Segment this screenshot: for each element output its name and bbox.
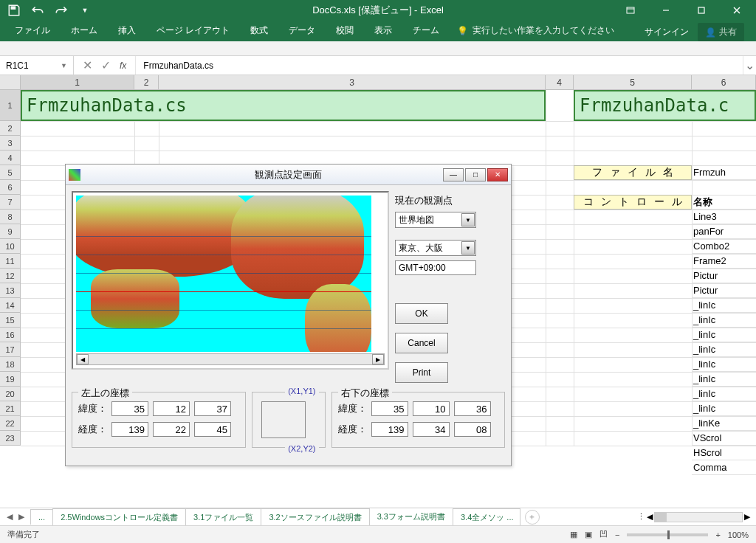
row-header[interactable]: 22: [0, 416, 21, 431]
zoom-level-label[interactable]: 100%: [728, 530, 749, 539]
br-lon-min[interactable]: [413, 422, 450, 437]
list-item[interactable]: Line3: [692, 210, 756, 224]
ok-button[interactable]: OK: [395, 303, 448, 324]
zoom-out-button[interactable]: −: [615, 530, 619, 539]
world-map-image[interactable]: [76, 196, 371, 352]
row-header[interactable]: 16: [0, 328, 21, 342]
gmt-field[interactable]: GMT+09:00: [395, 260, 476, 275]
share-button[interactable]: 👤共有: [698, 23, 744, 41]
sheet-tab-active[interactable]: 3.3フォーム説明書: [369, 508, 453, 527]
cells-area[interactable]: FrmzuhanData.cs FrmzuhanData.c ファイル名 コント…: [21, 90, 756, 446]
zoom-slider[interactable]: [627, 533, 708, 536]
name-box-dropdown-icon[interactable]: ▼: [61, 62, 67, 69]
tab-home[interactable]: ホーム: [61, 20, 108, 41]
list-item[interactable]: Combo2: [692, 239, 756, 254]
tab-view[interactable]: 表示: [364, 20, 402, 41]
scroll-thumb[interactable]: [655, 513, 667, 522]
tl-lon-deg[interactable]: [111, 422, 148, 437]
row-header[interactable]: 11: [0, 254, 21, 269]
cell-filename-value[interactable]: Frmzuh: [692, 165, 756, 180]
view-page-layout-icon[interactable]: ▣: [585, 530, 592, 539]
list-item[interactable]: _linIc: [692, 313, 756, 328]
list-item[interactable]: _linIc: [692, 372, 756, 387]
list-item[interactable]: Pictur: [692, 283, 756, 298]
row-header[interactable]: 19: [0, 372, 21, 387]
sheet-nav-buttons[interactable]: ◀ ▶: [0, 512, 31, 522]
chevron-down-icon[interactable]: ▼: [461, 213, 475, 226]
label-control[interactable]: コントロール: [574, 195, 692, 210]
list-item[interactable]: _linIc: [692, 357, 756, 372]
row-header[interactable]: 4: [0, 151, 21, 165]
row-header[interactable]: 9: [0, 224, 21, 239]
column-header[interactable]: 1: [21, 75, 134, 89]
list-item[interactable]: Pictur: [692, 269, 756, 283]
row-header[interactable]: 14: [0, 298, 21, 313]
maximize-button[interactable]: [685, 0, 718, 21]
sheet-tab[interactable]: 3.4全メソッ ...: [453, 508, 520, 526]
qat-dropdown-icon[interactable]: ▼: [78, 4, 92, 17]
row-header[interactable]: 15: [0, 313, 21, 328]
dialog-close-button[interactable]: ✕: [487, 168, 508, 181]
sheet-tab[interactable]: 3.2ソースファイル説明書: [261, 508, 369, 526]
map-horizontal-scrollbar[interactable]: ◀ ▶: [76, 353, 385, 365]
name-box[interactable]: R1C1 ▼: [0, 56, 74, 75]
column-header[interactable]: 5: [574, 75, 692, 89]
undo-icon[interactable]: [31, 4, 44, 17]
dialog-minimize-button[interactable]: —: [443, 168, 464, 181]
minimize-button[interactable]: [650, 0, 682, 21]
save-icon[interactable]: [7, 4, 21, 17]
tab-file[interactable]: ファイル: [4, 20, 61, 41]
tab-formulas[interactable]: 数式: [240, 20, 278, 41]
scroll-right-icon[interactable]: ▶: [372, 354, 384, 364]
row-header[interactable]: 21: [0, 401, 21, 416]
row-header[interactable]: 3: [0, 136, 21, 151]
horizontal-scrollbar[interactable]: ⋮ ◀ ▶: [637, 512, 756, 522]
row-header[interactable]: 7: [0, 195, 21, 210]
select-all-corner[interactable]: [0, 75, 21, 89]
sheet-tab[interactable]: 3.1ファイル一覧: [185, 508, 261, 526]
close-button[interactable]: [721, 0, 753, 21]
scroll-left-icon[interactable]: ◀: [647, 512, 653, 522]
list-item[interactable]: _linIc: [692, 401, 756, 416]
row-header[interactable]: 6: [0, 180, 21, 195]
combo-city[interactable]: 東京、大阪▼: [395, 240, 476, 256]
cell-name-header[interactable]: 名称: [692, 195, 756, 210]
print-button[interactable]: Print: [395, 362, 448, 383]
scroll-left-icon[interactable]: ◀: [77, 354, 89, 364]
tab-page-layout[interactable]: ページ レイアウト: [146, 20, 240, 41]
add-sheet-button[interactable]: ＋: [525, 510, 540, 525]
sheet-nav-prev-icon[interactable]: ◀: [4, 512, 15, 522]
list-item[interactable]: Frame2: [692, 254, 756, 269]
tab-data[interactable]: データ: [278, 20, 326, 41]
ribbon-display-options-icon[interactable]: [614, 0, 647, 21]
tl-lon-sec[interactable]: [194, 422, 231, 437]
row-header[interactable]: 2: [0, 121, 21, 136]
list-item[interactable]: _linIc: [692, 387, 756, 401]
redo-icon[interactable]: [55, 4, 68, 17]
row-header[interactable]: 8: [0, 210, 21, 224]
br-lat-min[interactable]: [413, 401, 450, 416]
view-normal-icon[interactable]: ▦: [570, 530, 577, 539]
sheet-tab[interactable]: 2.5Windowsコントロール定義書: [52, 508, 186, 526]
column-header[interactable]: 2: [134, 75, 159, 89]
scroll-right-icon[interactable]: ▶: [744, 512, 750, 522]
sheet-nav-next-icon[interactable]: ▶: [16, 512, 27, 522]
tl-lat-min[interactable]: [153, 401, 190, 416]
view-page-break-icon[interactable]: 凹: [599, 529, 608, 540]
cell-title-2[interactable]: FrmzuhanData.c: [574, 90, 756, 121]
list-item[interactable]: panFor: [692, 224, 756, 239]
dialog-maximize-button[interactable]: □: [465, 168, 486, 181]
formula-bar-expand-icon[interactable]: ⌄: [743, 56, 756, 75]
fx-icon[interactable]: fx: [120, 60, 126, 71]
tl-lat-deg[interactable]: [111, 401, 148, 416]
cancel-formula-icon[interactable]: ✕: [83, 58, 92, 72]
row-header[interactable]: 18: [0, 357, 21, 372]
sheet-tab-overflow[interactable]: ...: [30, 509, 53, 525]
worksheet-grid[interactable]: 1 2 3 4 5 6 1 2 3 4 5 6 7 8 9 10 11 12 1…: [0, 75, 756, 518]
column-header[interactable]: 3: [159, 75, 546, 89]
column-header[interactable]: 4: [546, 75, 574, 89]
tab-team[interactable]: チーム: [402, 20, 450, 41]
tab-insert[interactable]: 挿入: [108, 20, 146, 41]
br-lon-sec[interactable]: [454, 422, 491, 437]
dialog-titlebar[interactable]: 観測点設定画面 — □ ✕: [66, 165, 511, 185]
